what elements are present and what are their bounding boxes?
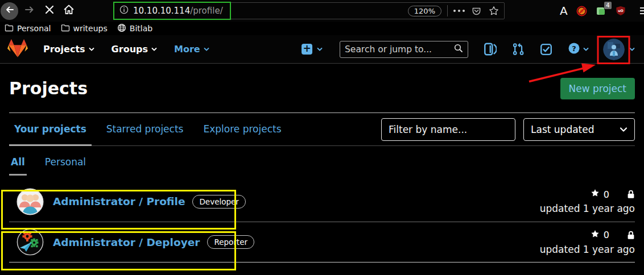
project-link-profile[interactable]: Administrator / Profile	[53, 195, 185, 207]
red-annotation-arrowhead	[581, 64, 596, 73]
url-bar[interactable]: 10.10.10.114/profile/ 120%	[113, 2, 505, 19]
plus-icon: +	[302, 44, 312, 55]
todos-icon[interactable]	[540, 43, 552, 56]
chevron-down-icon	[317, 44, 323, 55]
url-host: 10.10.10.114	[133, 6, 190, 16]
close-x-icon	[44, 5, 55, 17]
chevron-down-icon[interactable]	[629, 47, 635, 52]
project-meta: 0 updated 1 year ago	[540, 189, 635, 214]
proxy-extension-icon[interactable]	[576, 6, 587, 16]
folder-icon	[5, 24, 14, 34]
page-actions-icon[interactable]	[453, 10, 465, 12]
home-icon	[63, 4, 75, 18]
sort-dropdown[interactable]: Last updated	[523, 118, 635, 141]
back-arrow-icon	[5, 5, 15, 17]
zoom-level-badge[interactable]: 120%	[408, 6, 441, 16]
page-title: Projects	[9, 77, 88, 100]
ublock-extension-icon[interactable]: uO	[616, 6, 626, 16]
page-header: Projects New project	[9, 77, 635, 113]
forward-arrow-icon	[24, 5, 35, 17]
projects-list: Administrator / Profile Developer 0 upda…	[9, 181, 635, 262]
folder-icon	[61, 24, 70, 34]
tab-your-projects[interactable]: Your projects	[9, 114, 92, 146]
global-search[interactable]	[340, 41, 468, 58]
filter-by-name-input[interactable]	[381, 118, 515, 141]
projects-tabs: Your projects Starred projects Explore p…	[9, 113, 635, 146]
bookmark-writeups[interactable]: writeups	[61, 24, 108, 34]
wappalyzer-extension-icon[interactable]: 4	[596, 6, 606, 16]
tab-explore-projects[interactable]: Explore projects	[198, 114, 286, 146]
bookmark-bitlab[interactable]: Bitlab	[117, 23, 152, 34]
chevron-down-icon	[89, 44, 94, 55]
chevron-down-icon	[151, 44, 157, 55]
url-highlight-box: 10.10.10.114/profile/	[113, 2, 231, 20]
user-avatar[interactable]	[603, 39, 625, 60]
stop-button[interactable]	[44, 5, 55, 17]
updated-timestamp: updated 1 year ago	[540, 244, 635, 255]
project-row-deployer: Administrator / Deployer Reporter 0 upda…	[9, 222, 635, 262]
main-content: Projects New project Your projects Starr…	[0, 77, 644, 262]
project-meta: 0 updated 1 year ago	[540, 230, 635, 255]
project-avatar-profile[interactable]	[16, 188, 44, 215]
gitlab-navbar: Projects Groups More +	[0, 35, 644, 64]
lock-icon	[627, 190, 635, 199]
forward-button[interactable]	[24, 5, 35, 17]
search-input[interactable]	[345, 44, 454, 55]
toolbar-separator	[447, 5, 448, 16]
star-count: 0	[604, 189, 609, 200]
globe-icon	[117, 23, 126, 34]
project-avatar-deployer[interactable]	[16, 228, 44, 256]
tab-starred-projects[interactable]: Starred projects	[101, 114, 189, 146]
role-badge: Developer	[192, 195, 245, 209]
chevron-down-icon	[583, 44, 589, 55]
bookmark-star-icon[interactable]	[489, 6, 499, 16]
svg-text:uO: uO	[618, 9, 623, 13]
issues-icon[interactable]	[484, 43, 497, 56]
extension-badge: 4	[604, 2, 611, 9]
star-icon	[591, 230, 600, 241]
menu-hamburger-icon[interactable]	[640, 7, 644, 14]
help-dropdown[interactable]: ?	[568, 42, 589, 57]
nav-menu-more[interactable]: More	[174, 44, 209, 55]
nav-menu-projects[interactable]: Projects	[43, 44, 94, 55]
star-icon	[591, 189, 600, 200]
subtab-all[interactable]: All	[9, 156, 27, 176]
pocket-icon[interactable]	[472, 6, 481, 16]
home-button[interactable]	[63, 4, 75, 18]
sort-value: Last updated	[531, 124, 595, 135]
new-project-button[interactable]: New project	[560, 78, 635, 99]
chevron-down-icon	[620, 127, 628, 132]
search-icon	[454, 44, 463, 55]
merge-requests-icon[interactable]	[512, 43, 525, 56]
svg-text:?: ?	[572, 44, 576, 52]
lock-icon	[627, 231, 635, 240]
browser-window: 10.10.10.114/profile/ 120% A 4 uO	[0, 0, 644, 275]
url-path: /profile/	[190, 6, 223, 16]
updated-timestamp: updated 1 year ago	[540, 203, 635, 214]
project-row-profile: Administrator / Profile Developer 0 upda…	[9, 181, 635, 222]
bookmark-personal[interactable]: Personal	[5, 24, 51, 34]
help-icon: ?	[568, 42, 580, 57]
new-dropdown[interactable]: +	[302, 44, 323, 55]
bookmarks-bar: Personal writeups Bitlab	[0, 22, 644, 35]
site-info-icon[interactable]	[119, 5, 129, 16]
scope-subtabs: All Personal	[9, 156, 635, 176]
extension-a-icon[interactable]: A	[560, 4, 568, 18]
project-link-deployer[interactable]: Administrator / Deployer	[53, 236, 200, 248]
back-button[interactable]	[1, 2, 18, 20]
gitlab-logo[interactable]	[7, 38, 28, 61]
role-badge: Reporter	[207, 235, 254, 249]
browser-toolbar: 10.10.10.114/profile/ 120% A 4 uO	[0, 0, 644, 22]
subtab-personal[interactable]: Personal	[43, 156, 88, 176]
nav-menu-groups[interactable]: Groups	[112, 44, 157, 55]
chevron-down-icon	[204, 44, 209, 55]
star-count: 0	[604, 230, 609, 240]
